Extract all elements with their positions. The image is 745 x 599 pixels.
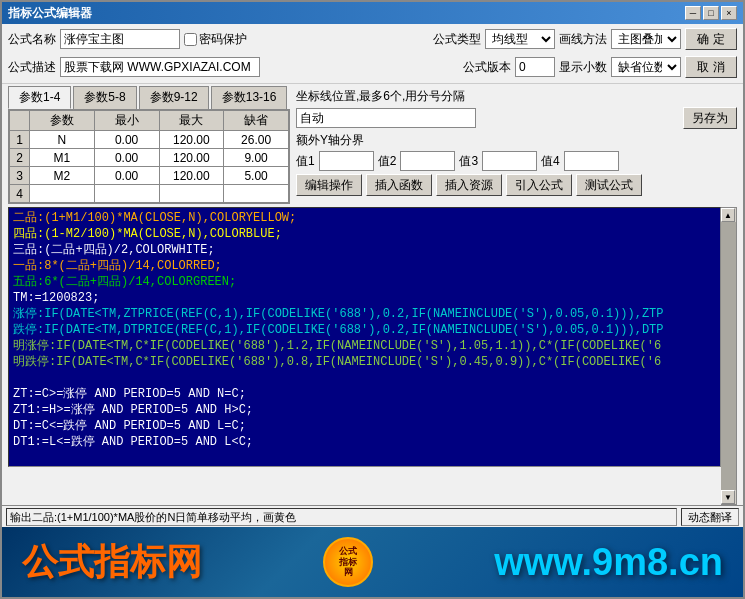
status-bar: 输出二品:(1+M1/100)*MA股价的N日简单移动平均，画黄色 动态翻译	[2, 505, 743, 527]
tab-params-13-16[interactable]: 参数13-16	[211, 86, 288, 109]
param-max-3[interactable]	[164, 169, 220, 183]
formula-name-input[interactable]	[60, 29, 180, 49]
draw-method-label: 画线方法	[559, 31, 607, 48]
tab-params-9-12[interactable]: 参数9-12	[139, 86, 209, 109]
coord-input[interactable]	[296, 108, 476, 128]
status-right: 动态翻译	[681, 508, 739, 526]
password-label: 密码保护	[199, 31, 247, 48]
param-max-2[interactable]	[164, 151, 220, 165]
tab-params-1-4[interactable]: 参数1-4	[8, 86, 71, 109]
y-val3-label: 值3	[459, 153, 478, 170]
param-name-3[interactable]	[34, 169, 90, 183]
y-val2-label: 值2	[378, 153, 397, 170]
param-min-2[interactable]	[99, 151, 155, 165]
confirm-button[interactable]: 确 定	[685, 28, 737, 50]
formula-name-label: 公式名称	[8, 31, 56, 48]
param-row-4: 4	[10, 185, 289, 203]
y-axis-area: 额外Y轴分界 值1 值2 值3 值4	[296, 132, 737, 171]
coord-label: 坐标线位置,最多6个,用分号分隔	[296, 89, 465, 103]
formula-desc-label: 公式描述	[8, 59, 56, 76]
param-name-4[interactable]	[34, 187, 90, 201]
y-val3-input[interactable]	[482, 151, 537, 171]
title-bar-buttons: ─ □ ×	[685, 6, 737, 20]
param-default-4[interactable]	[228, 187, 284, 201]
col-default: 缺省	[224, 111, 289, 131]
password-checkbox[interactable]	[184, 33, 197, 46]
main-window: 指标公式编辑器 ─ □ × 公式名称 密码保护 公式类型 均线型 画线方法 主图…	[0, 0, 745, 599]
param-default-2[interactable]	[228, 151, 284, 165]
param-row-3: 3	[10, 167, 289, 185]
param-max-1[interactable]	[164, 133, 220, 147]
save-as-button[interactable]: 另存为	[683, 107, 737, 129]
param-index-2: 2	[10, 149, 30, 167]
password-checkbox-area: 密码保护	[184, 31, 247, 48]
y-val4-label: 值4	[541, 153, 560, 170]
title-bar: 指标公式编辑器 ─ □ ×	[2, 2, 743, 24]
coord-area: 坐标线位置,最多6个,用分号分隔 另存为	[296, 88, 737, 129]
import-formula-button[interactable]: 引入公式	[506, 174, 572, 196]
param-min-1[interactable]	[99, 133, 155, 147]
col-index	[10, 111, 30, 131]
bottom-buttons-area: 编辑操作 插入函数 插入资源 引入公式 测试公式	[296, 174, 737, 196]
col-max: 最大	[159, 111, 224, 131]
param-row-2: 2	[10, 149, 289, 167]
param-name-2[interactable]	[34, 151, 90, 165]
param-index-1: 1	[10, 131, 30, 149]
scroll-down-button[interactable]: ▼	[721, 490, 735, 504]
insert-resource-button[interactable]: 插入资源	[436, 174, 502, 196]
code-editor[interactable]: 二品:(1+M1/100)*MA(CLOSE,N),COLORYELLOW;四品…	[8, 207, 721, 467]
param-max-4[interactable]	[164, 187, 220, 201]
param-min-3[interactable]	[99, 169, 155, 183]
close-button[interactable]: ×	[721, 6, 737, 20]
y-val1-label: 值1	[296, 153, 315, 170]
col-min: 最小	[94, 111, 159, 131]
param-index-3: 3	[10, 167, 30, 185]
decimal-label: 显示小数	[559, 59, 607, 76]
formula-type-label: 公式类型	[433, 31, 481, 48]
y-val1-input[interactable]	[319, 151, 374, 171]
watermark-bar: 公式指标网 公式指标网 www.9m8.cn	[2, 527, 743, 597]
draw-method-select[interactable]: 主图叠加	[611, 29, 681, 49]
watermark-left-text: 公式指标网	[22, 538, 202, 587]
cancel-button[interactable]: 取 消	[685, 56, 737, 78]
minimize-button[interactable]: ─	[685, 6, 701, 20]
formula-type-select[interactable]: 均线型	[485, 29, 555, 49]
decimal-select[interactable]: 缺省位数	[611, 57, 681, 77]
y-val4-input[interactable]	[564, 151, 619, 171]
param-index-4: 4	[10, 185, 30, 203]
insert-func-button[interactable]: 插入函数	[366, 174, 432, 196]
watermark-logo: 公式指标网	[323, 537, 373, 587]
status-text: 输出二品:(1+M1/100)*MA股价的N日简单移动平均，画黄色	[6, 508, 677, 526]
param-name-1[interactable]	[34, 133, 90, 147]
param-default-3[interactable]	[228, 169, 284, 183]
formula-version-label: 公式版本	[463, 59, 511, 76]
edit-ops-button[interactable]: 编辑操作	[296, 174, 362, 196]
param-row-1: 1	[10, 131, 289, 149]
y-axis-label: 额外Y轴分界	[296, 133, 364, 147]
formula-desc-input[interactable]	[60, 57, 260, 77]
y-val2-input[interactable]	[400, 151, 455, 171]
col-param: 参数	[30, 111, 95, 131]
scroll-up-button[interactable]: ▲	[721, 208, 735, 222]
param-default-1[interactable]	[228, 133, 284, 147]
tab-params-5-8[interactable]: 参数5-8	[73, 86, 136, 109]
window-title: 指标公式编辑器	[8, 5, 92, 22]
watermark-right-text: www.9m8.cn	[494, 541, 723, 584]
param-min-4[interactable]	[99, 187, 155, 201]
maximize-button[interactable]: □	[703, 6, 719, 20]
test-formula-button[interactable]: 测试公式	[576, 174, 642, 196]
formula-version-input[interactable]	[515, 57, 555, 77]
